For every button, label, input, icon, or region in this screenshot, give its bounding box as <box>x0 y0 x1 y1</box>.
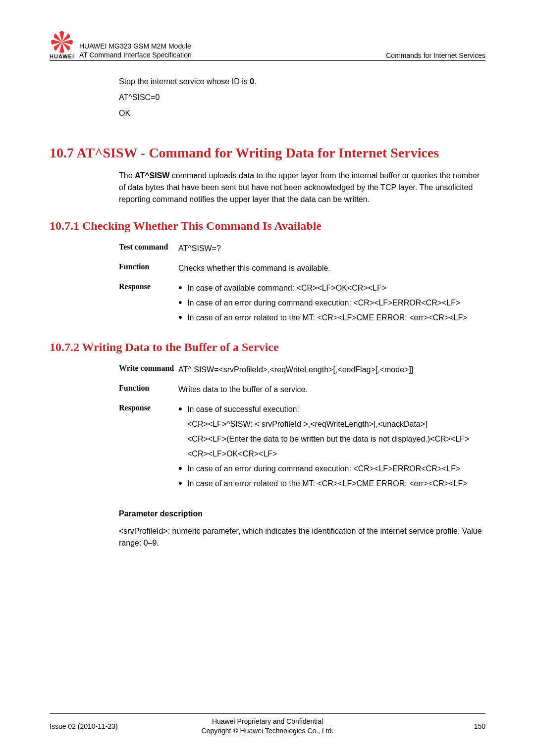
subsection-2-title: 10.7.2 Writing Data to the Buffer of a S… <box>50 341 485 354</box>
test-command-value: AT^SISW=? <box>178 243 485 254</box>
header-right: Commands for Internet Services <box>386 51 485 59</box>
function-value: Writes data to the buffer of a service. <box>178 384 485 396</box>
response-content: • In case of available command: <CR><LF>… <box>178 282 485 327</box>
section-intro-pre: The <box>119 171 135 180</box>
footer-copyright: Copyright © Huawei Technologies Co., Ltd… <box>159 726 376 736</box>
intro-line1: Stop the internet service whose ID is 0. <box>119 76 485 88</box>
header-title-2: AT Command Interface Specification <box>79 50 386 59</box>
parameter-text: <srvProfileId>: numeric parameter, which… <box>50 525 485 549</box>
header-titles: HUAWEI MG323 GSM M2M Module AT Command I… <box>79 42 386 59</box>
bullet-item: • In case of an error related to the MT:… <box>178 312 485 324</box>
bullet-text: In case of available command: <CR><LF>OK… <box>187 282 485 294</box>
bullet-item: • In case of an error during command exe… <box>178 297 485 309</box>
bullet-item: • In case of available command: <CR><LF>… <box>178 282 485 294</box>
bullet-item: • In case of successful execution: <box>178 403 485 415</box>
bullet-icon: • <box>178 282 187 294</box>
section-intro-bold: AT^SISW <box>135 171 169 180</box>
footer-proprietary: Huawei Proprietary and Confidential <box>159 717 376 727</box>
bullet-subtext: <CR><LF>OK<CR><LF> <box>178 448 485 460</box>
intro-line3: OK <box>119 107 485 119</box>
table-row: Write command AT^ SISW=<srvProfileId>,<r… <box>119 364 485 376</box>
bullet-item: • In case of an error during command exe… <box>178 463 485 475</box>
write-command-label: Write command <box>119 364 178 376</box>
write-command-value: AT^ SISW=<srvProfileId>,<reqWriteLength>… <box>178 364 485 376</box>
spec-table-1: Test command AT^SISW=? Function Checks w… <box>50 243 485 327</box>
response-label: Response <box>119 282 178 327</box>
intro-line1-text: Stop the internet service whose ID is <box>119 77 250 86</box>
intro-line1-bold: 0 <box>250 77 254 86</box>
table-row: Test command AT^SISW=? <box>119 243 485 254</box>
response-label: Response <box>119 403 178 493</box>
bullet-subtext: <CR><LF>(Enter the data to be written bu… <box>178 433 485 445</box>
function-label: Function <box>119 384 178 396</box>
table-row: Function Writes data to the buffer of a … <box>119 384 485 396</box>
header-title-1: HUAWEI MG323 GSM M2M Module <box>79 42 386 50</box>
huawei-logo-icon: HUAWEI <box>50 30 74 59</box>
bullet-text: In case of successful execution: <box>187 403 485 415</box>
test-command-label: Test command <box>119 243 178 254</box>
bullet-text: In case of an error during command execu… <box>187 297 485 309</box>
bullet-icon: • <box>178 463 187 475</box>
section-intro-post: command uploads data to the upper layer … <box>119 171 480 203</box>
bullet-icon: • <box>178 403 187 415</box>
table-row: Response • In case of available command:… <box>119 282 485 327</box>
response-content: • In case of successful execution: <CR><… <box>178 403 485 493</box>
bullet-text: In case of an error related to the MT: <… <box>187 312 485 324</box>
table-row: Function Checks whether this command is … <box>119 262 485 274</box>
intro-line1-end: . <box>254 77 256 86</box>
function-value: Checks whether this command is available… <box>178 262 485 274</box>
spec-table-2: Write command AT^ SISW=<srvProfileId>,<r… <box>50 364 485 493</box>
footer-page-number: 150 <box>376 722 485 730</box>
page-header: HUAWEI HUAWEI MG323 GSM M2M Module AT Co… <box>50 30 485 61</box>
bullet-icon: • <box>178 312 187 324</box>
intro-block: Stop the internet service whose ID is 0.… <box>50 76 485 119</box>
section-intro: The AT^SISW command uploads data to the … <box>50 170 485 205</box>
logo-area: HUAWEI <box>50 30 74 59</box>
function-label: Function <box>119 262 178 274</box>
subsection-1-title: 10.7.1 Checking Whether This Command Is … <box>50 219 485 233</box>
table-row: Response • In case of successful executi… <box>119 403 485 493</box>
intro-line2: AT^SISC=0 <box>119 92 485 103</box>
bullet-icon: • <box>178 297 187 309</box>
footer-center: Huawei Proprietary and Confidential Copy… <box>159 717 376 736</box>
bullet-subtext: <CR><LF>^SISW: < srvProfileId >,<reqWrit… <box>178 418 485 430</box>
parameter-heading: Parameter description <box>50 509 485 518</box>
bullet-icon: • <box>178 478 187 490</box>
section-title: 10.7 AT^SISW - Command for Writing Data … <box>50 144 485 162</box>
footer-issue: Issue 02 (2010-11-23) <box>50 722 159 730</box>
page-footer: Issue 02 (2010-11-23) Huawei Proprietary… <box>50 713 485 736</box>
bullet-text: In case of an error during command execu… <box>187 463 485 475</box>
bullet-item: • In case of an error related to the MT:… <box>178 478 485 490</box>
logo-text: HUAWEI <box>50 53 74 59</box>
bullet-text: In case of an error related to the MT: <… <box>187 478 485 490</box>
